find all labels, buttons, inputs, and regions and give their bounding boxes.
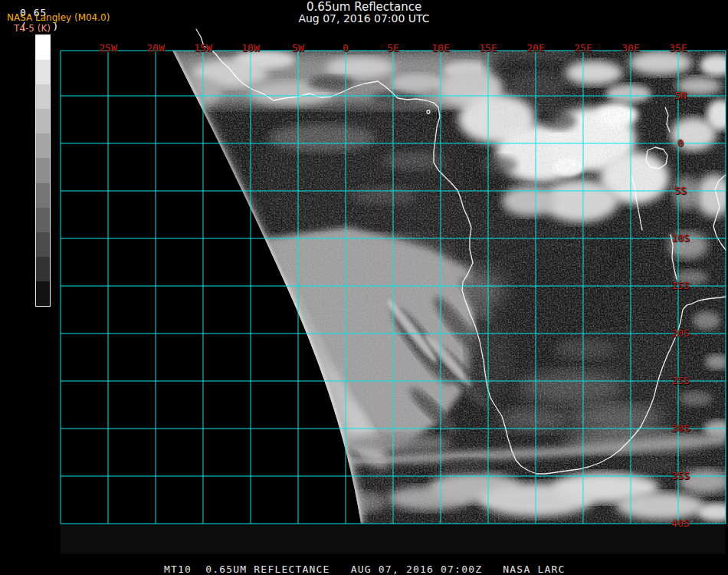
aux-channel-label: T4-5 (K) [14, 23, 51, 34]
title-parameter: 0.65um Reflectance [0, 2, 728, 13]
image-margin [61, 524, 726, 554]
colorbar-segment [36, 232, 50, 257]
source-label: NASA Langley (M04.0) [7, 12, 110, 23]
colorbar-segment [36, 281, 50, 306]
colorbar-segment [36, 133, 50, 158]
reflectance-colorbar [35, 34, 51, 307]
colorbar-segment [36, 257, 50, 281]
colorbar-segment [36, 109, 50, 133]
colorbar-segment [36, 60, 50, 84]
footer-caption: MT10 0.65UM REFLECTANCE AUG 07, 2016 07:… [164, 564, 566, 575]
colorbar-segment [36, 183, 50, 208]
satellite-display: 25W20W15W10W5W05E10E15E20E25E30E35E5N05S… [0, 0, 728, 575]
colorbar-segment [36, 208, 50, 232]
colorbar-segment [36, 35, 50, 60]
satellite-image [0, 0, 728, 575]
colorbar-segment [36, 158, 50, 182]
colorbar-segment [36, 84, 50, 109]
